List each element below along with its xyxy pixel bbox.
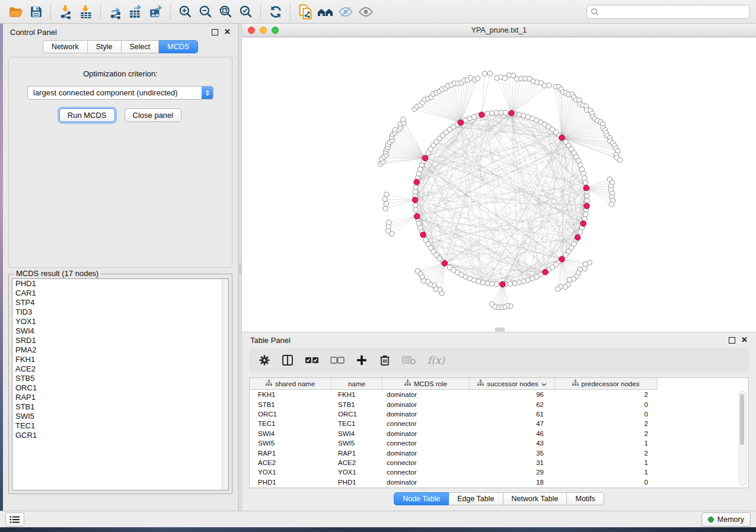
canvas-splitter-handle[interactable] bbox=[495, 328, 505, 331]
table-scrollbar[interactable] bbox=[739, 391, 747, 486]
automation-panel-button[interactable] bbox=[5, 512, 24, 527]
column-header-shared-name[interactable]: shared name bbox=[250, 378, 331, 389]
dominator-node[interactable] bbox=[543, 269, 548, 275]
show-all-icon[interactable] bbox=[356, 2, 376, 21]
mcds-result-list[interactable]: PHD1CAR1STP4TID3YOX1SWI4SRD1PMA2FKH1ACE2… bbox=[12, 278, 229, 491]
dominator-node[interactable] bbox=[412, 197, 418, 203]
dominator-node[interactable] bbox=[420, 232, 426, 238]
mcds-result-item[interactable]: FKH1 bbox=[12, 355, 228, 364]
dominator-node[interactable] bbox=[580, 221, 586, 227]
split-table-icon[interactable] bbox=[282, 354, 294, 366]
export-image-icon[interactable] bbox=[146, 2, 166, 21]
tab-node-table[interactable]: Node Table bbox=[394, 492, 449, 505]
mcds-result-item[interactable]: TID3 bbox=[12, 307, 228, 317]
zoom-fit-icon[interactable] bbox=[216, 2, 236, 21]
mcds-result-item[interactable]: PMA2 bbox=[12, 345, 228, 355]
mcds-result-item[interactable]: STB5 bbox=[12, 374, 228, 383]
table-row[interactable]: SWI5SWI5connector431 bbox=[250, 438, 748, 448]
memory-button[interactable]: Memory bbox=[701, 512, 751, 527]
dominator-node[interactable] bbox=[422, 155, 428, 161]
select-all-checkboxes-icon[interactable] bbox=[305, 355, 319, 365]
tab-network[interactable]: Network bbox=[43, 40, 88, 53]
table-row[interactable]: SWI4SWI4dominator462 bbox=[250, 429, 748, 438]
mcds-result-item[interactable]: RAP1 bbox=[12, 393, 228, 402]
tab-network-table[interactable]: Network Table bbox=[503, 492, 567, 505]
deselect-all-checkboxes-icon[interactable] bbox=[330, 355, 344, 365]
table-row[interactable]: FKH1FKH1dominator962 bbox=[250, 390, 748, 399]
zoom-selected-icon[interactable] bbox=[236, 2, 256, 21]
hide-selected-icon[interactable] bbox=[336, 2, 356, 21]
dominator-node[interactable] bbox=[458, 120, 464, 126]
window-minimize-icon[interactable] bbox=[260, 27, 267, 34]
dominator-node[interactable] bbox=[414, 180, 420, 185]
mcds-result-item[interactable]: ACE2 bbox=[12, 364, 228, 374]
dominator-node[interactable] bbox=[575, 235, 580, 241]
dominator-node[interactable] bbox=[414, 213, 420, 219]
mcds-result-item[interactable]: SWI4 bbox=[12, 326, 228, 336]
tab-select[interactable]: Select bbox=[122, 40, 160, 53]
mcds-result-item[interactable]: YOX1 bbox=[12, 317, 228, 326]
open-session-icon[interactable] bbox=[6, 2, 26, 21]
close-panel-button[interactable]: Close panel bbox=[125, 108, 182, 122]
zoom-out-icon[interactable] bbox=[196, 2, 216, 21]
network-graph[interactable] bbox=[242, 37, 756, 332]
float-panel-icon[interactable] bbox=[212, 29, 218, 36]
tab-style[interactable]: Style bbox=[88, 40, 122, 53]
dominator-node[interactable] bbox=[442, 261, 448, 267]
dominator-node[interactable] bbox=[479, 112, 485, 118]
close-panel-icon[interactable]: ✕ bbox=[741, 337, 748, 343]
tab-mcds[interactable]: MCDS bbox=[159, 40, 198, 53]
column-header-name[interactable]: name bbox=[331, 378, 382, 389]
mcds-result-item[interactable]: STB1 bbox=[12, 402, 228, 412]
zoom-in-icon[interactable] bbox=[176, 2, 196, 21]
network-window-titlebar[interactable]: YPA_prune.txt_1 bbox=[242, 24, 756, 37]
dominator-node[interactable] bbox=[583, 185, 589, 191]
search-input[interactable] bbox=[586, 5, 750, 19]
tab-edge-table[interactable]: Edge Table bbox=[449, 492, 503, 505]
table-row[interactable]: STB1STB1dominator620 bbox=[250, 399, 748, 409]
delete-column-icon[interactable] bbox=[379, 354, 391, 366]
table-row[interactable]: PHD1PHD1dominator180 bbox=[250, 477, 748, 487]
run-mcds-button[interactable]: Run MCDS bbox=[59, 108, 115, 122]
dominator-node[interactable] bbox=[509, 110, 515, 116]
import-table-icon[interactable] bbox=[76, 2, 96, 21]
dominator-node[interactable] bbox=[584, 203, 590, 209]
float-panel-icon[interactable] bbox=[729, 337, 735, 344]
export-network-icon[interactable] bbox=[106, 2, 126, 21]
mcds-result-item[interactable]: STP4 bbox=[12, 298, 228, 307]
mcds-result-item[interactable]: TEC1 bbox=[12, 421, 228, 431]
column-header-MCDS-role[interactable]: MCDS role bbox=[382, 378, 469, 389]
gear-icon[interactable] bbox=[259, 354, 270, 366]
tab-motifs[interactable]: Motifs bbox=[567, 492, 604, 505]
table-row[interactable]: RAP1RAP1dominator352 bbox=[250, 448, 748, 457]
table-row[interactable]: ACE2ACE2connector311 bbox=[250, 458, 748, 467]
window-zoom-icon[interactable] bbox=[272, 27, 279, 34]
first-neighbors-icon[interactable] bbox=[315, 2, 336, 21]
optimization-criterion-select[interactable]: largest connected component (undirected) bbox=[27, 86, 213, 100]
dominator-node[interactable] bbox=[559, 257, 565, 262]
manage-networks-icon[interactable] bbox=[295, 2, 315, 21]
mcds-result-item[interactable]: CAR1 bbox=[12, 289, 228, 298]
column-header-successor-nodes[interactable]: successor nodes bbox=[469, 378, 554, 389]
mcds-result-item[interactable]: PHD1 bbox=[12, 279, 228, 289]
dominator-node[interactable] bbox=[500, 281, 506, 287]
mcds-result-item[interactable]: SRD1 bbox=[12, 336, 228, 345]
mcds-result-item[interactable]: GCR1 bbox=[12, 431, 228, 440]
save-session-icon[interactable] bbox=[26, 2, 46, 21]
add-column-icon[interactable] bbox=[356, 354, 368, 366]
table-row[interactable]: TEC1TEC1connector472 bbox=[250, 419, 748, 428]
import-network-icon[interactable] bbox=[56, 2, 76, 21]
mcds-result-item[interactable]: ORC1 bbox=[12, 383, 228, 393]
table-scrollbar-thumb[interactable] bbox=[740, 394, 744, 445]
mcds-result-item[interactable]: SWI5 bbox=[12, 412, 228, 421]
refresh-layout-icon[interactable] bbox=[266, 2, 286, 21]
dominator-node[interactable] bbox=[559, 135, 565, 141]
column-header-predecessor-nodes[interactable]: predecessor nodes bbox=[554, 378, 656, 389]
table-row[interactable]: YOX1YOX1connector291 bbox=[250, 467, 748, 477]
window-close-icon[interactable] bbox=[248, 27, 255, 34]
mcds-list-scrollbar[interactable] bbox=[222, 279, 228, 490]
export-table-icon[interactable] bbox=[126, 2, 146, 21]
close-panel-icon[interactable]: ✕ bbox=[224, 29, 231, 35]
network-view-canvas[interactable] bbox=[242, 37, 756, 332]
table-row[interactable]: ORC1ORC1dominator610 bbox=[250, 409, 748, 419]
